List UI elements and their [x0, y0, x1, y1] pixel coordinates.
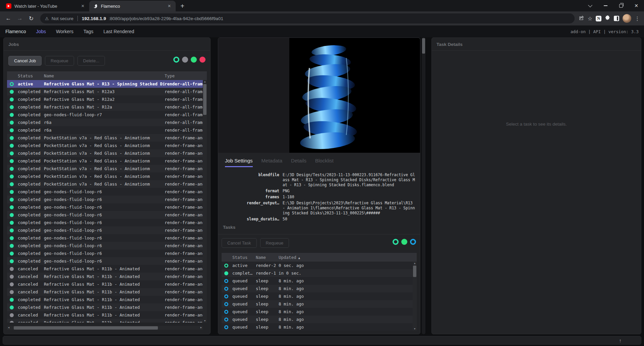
job-row[interactable]: completed PocketStation v7a - Red Glass …	[7, 134, 203, 142]
close-tab-icon[interactable]: ✕	[80, 3, 86, 9]
scroll-up-icon[interactable]: ▲	[413, 262, 417, 265]
job-row[interactable]: canceled Refractive Glass Mat - R11b - A…	[7, 280, 203, 288]
scrollbar-thumb[interactable]	[14, 326, 158, 330]
nav-item[interactable]: Jobs	[36, 29, 46, 34]
column-header-status[interactable]: Status	[18, 73, 44, 78]
task-action-button[interactable]: Requeue	[260, 238, 289, 248]
status-legend-dot[interactable]	[410, 239, 416, 245]
window-restore-button[interactable]	[613, 0, 629, 11]
task-row[interactable]: queued sleep 8 min. ago	[222, 300, 413, 308]
nav-item[interactable]: Workers	[56, 29, 73, 34]
scrollbar-thumb[interactable]	[203, 84, 207, 115]
browser-tab-youtube[interactable]: Watch later - YouTube ✕	[3, 1, 89, 11]
window-close-button[interactable]: ✕	[629, 0, 644, 11]
job-row[interactable]: completed Refractive Glass Mat - R12a3 r…	[7, 88, 203, 95]
job-action-button[interactable]: Cancel Job	[8, 56, 42, 66]
column-header-updated[interactable]: Updated▲	[279, 255, 417, 260]
job-row[interactable]: completed PocketStation v7a - Red Glass …	[7, 142, 203, 149]
page-vertical-scrollbar[interactable]	[422, 38, 425, 334]
column-header-status[interactable]: Status	[232, 255, 256, 260]
nav-item[interactable]: Last Rendered	[103, 29, 134, 34]
job-row[interactable]: completed geo-nodes-fluid-loop-r7 render…	[7, 111, 203, 119]
job-row[interactable]: completed PocketStation v7a - Red Glass …	[7, 180, 203, 188]
scroll-up-icon[interactable]: ▲	[203, 80, 207, 83]
job-row[interactable]: canceled Refractive Glass Mat - R11b - A…	[7, 319, 203, 323]
column-header-type[interactable]: Type	[165, 73, 207, 78]
detail-tab[interactable]: Job Settings	[225, 158, 253, 167]
task-row[interactable]: queued sleep 8 min. ago	[222, 308, 413, 316]
job-row[interactable]: completed PocketStation v7a - Red Glass …	[7, 149, 203, 157]
window-chevron-button[interactable]	[582, 0, 598, 11]
back-button[interactable]: ←	[3, 13, 13, 23]
status-legend-dot[interactable]	[393, 239, 399, 245]
share-icon[interactable]	[579, 15, 584, 22]
reload-button[interactable]: ↻	[26, 13, 36, 23]
side-panel-icon[interactable]	[614, 16, 619, 21]
nav-item[interactable]: Tags	[83, 29, 94, 34]
job-row[interactable]: completed r6a render-all-frames-a	[7, 119, 203, 126]
job-row[interactable]: completed geo-nodes-fluid-loop-r6 render…	[7, 188, 203, 196]
detail-tab[interactable]: Blocklist	[315, 158, 334, 167]
job-row[interactable]: completed Refractive Glass Mat - R12a2 r…	[7, 95, 203, 103]
jobs-vertical-scrollbar[interactable]: ▲ ▼	[203, 80, 207, 323]
close-tab-icon[interactable]: ✕	[166, 3, 172, 9]
jobs-horizontal-scrollbar[interactable]: ◀ ▶	[7, 326, 203, 330]
task-row[interactable]: active render-2 0 sec. ago	[222, 262, 413, 269]
job-row[interactable]: completed geo-nodes-fluid-loop-r6 render…	[7, 234, 203, 242]
job-row[interactable]: completed Refractive Glass Mat - R11b - …	[7, 303, 203, 311]
task-row[interactable]: queued sleep 8 min. ago	[222, 277, 413, 285]
job-action-button[interactable]: Requeue	[45, 56, 74, 66]
status-legend-dot[interactable]	[401, 239, 407, 245]
scroll-down-icon[interactable]: ▼	[203, 320, 207, 322]
status-legend-dot[interactable]	[191, 57, 197, 63]
job-row[interactable]: completed geo-nodes-fluid-loop-r6 render…	[7, 196, 203, 203]
job-action-button[interactable]: Delete...	[77, 56, 105, 66]
job-row[interactable]: completed Refractive Glass Mat - R12a re…	[7, 103, 203, 111]
job-row[interactable]: completed geo-nodes-fluid-loop-r6 render…	[7, 242, 203, 250]
app-brand[interactable]: Flamenco	[5, 29, 26, 34]
job-row[interactable]: completed geo-nodes-fluid-loop-r6 render…	[7, 203, 203, 211]
task-row[interactable]: complet… render-1 in 0 sec.	[222, 269, 413, 277]
job-row[interactable]: active Refractive Glass Mat - R13 - Spin…	[7, 80, 203, 88]
job-row[interactable]: completed PocketStation v7a - Red Glass …	[7, 172, 203, 180]
scrollbar-thumb[interactable]	[422, 38, 425, 54]
job-row[interactable]: canceled Refractive Glass Mat - R11b - A…	[7, 311, 203, 319]
window-minimize-button[interactable]	[598, 0, 613, 11]
forward-button[interactable]: →	[15, 13, 25, 23]
status-legend-dot[interactable]	[173, 57, 179, 63]
profile-avatar[interactable]	[623, 14, 631, 23]
job-row[interactable]: completed PocketStation v7a - Red Glass …	[7, 165, 203, 172]
new-tab-button[interactable]: +	[178, 1, 187, 11]
status-legend-dot[interactable]	[182, 57, 188, 63]
status-legend-dot[interactable]	[199, 57, 206, 63]
job-row[interactable]: completed geo-nodes-fluid-loop-r6 render…	[7, 226, 203, 234]
job-row[interactable]: completed geo-nodes-fluid-loop-r6 render…	[7, 257, 203, 265]
job-row[interactable]: completed geo-nodes-fluid-loop-r6 render…	[7, 219, 203, 226]
job-row[interactable]: completed geo-nodes-fluid-loop-r6 render…	[7, 250, 203, 257]
scroll-down-icon[interactable]: ▼	[413, 328, 417, 330]
column-header-name[interactable]: Name	[44, 73, 165, 78]
job-row[interactable]: completed Refractive Glass Mat - R11b - …	[7, 296, 203, 303]
task-action-button[interactable]: Cancel Task	[222, 238, 257, 248]
scroll-left-icon[interactable]: ◀	[8, 326, 9, 329]
task-row[interactable]: queued sleep 8 min. ago	[222, 323, 413, 331]
task-row[interactable]: queued sleep 8 min. ago	[222, 292, 413, 300]
scroll-to-top-icon[interactable]: ↑	[619, 338, 622, 343]
browser-tab-flamenco[interactable]: Flamenco ✕	[89, 1, 176, 11]
tasks-vertical-scrollbar[interactable]: ▲ ▼	[413, 262, 417, 331]
column-header-name[interactable]: Name	[256, 255, 279, 260]
task-row[interactable]: queued sleep 8 min. ago	[222, 316, 413, 323]
task-row[interactable]: queued sleep 8 min. ago	[222, 285, 413, 292]
not-secure-warning-icon[interactable]: ⚠	[45, 16, 49, 21]
job-row[interactable]: canceled Refractive Glass Mat - R11b - A…	[7, 265, 203, 273]
job-row[interactable]: canceled Refractive Glass Mat - R11b - A…	[7, 288, 203, 296]
scrollbar-thumb[interactable]	[413, 266, 416, 277]
job-row[interactable]: canceled Refractive Glass Mat - R11b - A…	[7, 273, 203, 280]
browser-menu-icon[interactable]: ⋮	[635, 15, 640, 22]
job-row[interactable]: completed PocketStation v7a - Red Glass …	[7, 157, 203, 165]
extensions-puzzle-icon[interactable]	[605, 15, 610, 22]
detail-tab[interactable]: Metadata	[261, 158, 283, 167]
job-row[interactable]: completed geo-nodes-fluid-loop-r6 render…	[7, 211, 203, 219]
bookmark-star-icon[interactable]: ☆	[588, 15, 592, 22]
address-bar[interactable]: ⚠ Not secure 192.168.1.9:8080/app/jobs/e…	[40, 13, 575, 23]
